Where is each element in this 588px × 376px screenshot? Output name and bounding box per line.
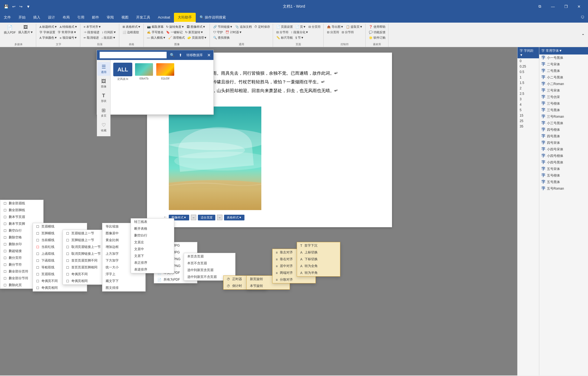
tab-acrobat[interactable]: Acrobat	[154, 13, 174, 23]
tab-reference[interactable]: 引用	[74, 13, 88, 23]
btn-clean-format[interactable]: 🧹 清理格式	[167, 35, 186, 40]
menu-item-header-hline[interactable]: ☐页眉横线	[33, 223, 87, 230]
save-icon[interactable]: 💾	[3, 4, 10, 9]
btn-remove-indent[interactable]: ⇐ 取消缩进	[82, 35, 100, 40]
spacing-item-10[interactable]: 15	[517, 113, 539, 118]
menu-item-page-with-header[interactable]: 本页含页眉	[184, 253, 235, 260]
tab-file[interactable]: 文件	[0, 13, 15, 23]
btn-line-spacing[interactable]: ↕ 行间距▼	[101, 30, 117, 35]
spacing-item-12[interactable]: 35	[517, 124, 539, 129]
tab-dev[interactable]: 开发工具	[132, 13, 154, 23]
right-panel-fonts-header[interactable]: 字 常用字体▼	[539, 47, 588, 54]
btn-common-fonts[interactable]: 字常用字体▼	[57, 30, 78, 35]
spacing-item-5[interactable]: 2	[517, 86, 539, 91]
btn-guard[interactable]: 🛡 守护	[212, 30, 224, 35]
menu-item-section-rotate[interactable]: 本节旋转	[247, 283, 290, 289]
menu-item-hide-below[interactable]: 藏文字下	[102, 278, 145, 284]
font-item-15[interactable]: 字小四号楷体	[539, 153, 588, 159]
menu-item-subscript[interactable]: A下标切换	[297, 256, 340, 263]
menu-item-text-bottom[interactable]: 文居下	[131, 253, 174, 259]
btn-font-settings[interactable]: 字字体设置	[38, 30, 56, 35]
float-panel-close-btn[interactable]: ✕	[207, 53, 211, 58]
menu-item-selected-with-header[interactable]: 选中到新页含页眉	[184, 267, 235, 274]
close-button[interactable]: ✕	[573, 2, 585, 11]
font-item-10[interactable]: 字小三号黑体	[539, 120, 588, 126]
thumb-beach[interactable]: 69b47b	[134, 63, 154, 81]
sidebar-item-image[interactable]: 🖼 图像	[97, 77, 110, 90]
font-item-0[interactable]: 字小一号黑体	[539, 54, 588, 61]
customize-icon[interactable]: ▼	[25, 4, 31, 9]
btn-extract-page[interactable]: 📋 提取页▼	[345, 24, 364, 29]
btn-timer[interactable]: ⏰ 计时器▼	[224, 30, 243, 35]
right-panel-spacing-header[interactable]: 字 字间距▼	[517, 47, 539, 58]
btn-append-doc[interactable]: 📎 追加文档	[234, 24, 253, 29]
btn-section-break2[interactable]: ⊟ 分节符	[341, 30, 355, 35]
menu-item-delete-all-header-lines[interactable]: ☐删全部眉线	[0, 200, 43, 207]
font-item-1[interactable]: 字二号宋体	[539, 61, 588, 68]
img-resize-handle2[interactable]: ↔	[217, 215, 222, 220]
btn-page-break2[interactable]: ⊟ 分页符	[326, 30, 340, 35]
btn-find-replace[interactable]: 🔍 查找替换	[212, 35, 231, 40]
btn-section-break[interactable]: ⊟ 分节符	[275, 30, 290, 35]
font-item-19[interactable]: 字五号黑体	[539, 179, 588, 185]
menu-item-align-distribute[interactable]: ≡分散对齐	[272, 276, 316, 283]
maximize-button[interactable]: ❐	[560, 2, 572, 11]
restore-icon[interactable]: ⧉	[534, 2, 546, 11]
menu-item-sort-desc[interactable]: 表逆排序	[131, 266, 174, 273]
menu-item-break-table[interactable]: 断开表格	[131, 225, 174, 232]
btn-para-split[interactable]: ⫶ 段落分化▼	[290, 30, 310, 35]
font-item-2[interactable]: 字二号黑体	[539, 68, 588, 74]
menu-item-delete-section-header[interactable]: ☐删本节页眉	[0, 214, 43, 220]
font-item-3[interactable]: 字小二号黑体	[539, 74, 588, 81]
btn-export-image[interactable]: 📤 导出图▼	[326, 24, 345, 29]
btn-screenshot[interactable]: 📷 截取屏幕	[146, 24, 165, 29]
font-item-4[interactable]: 字小二Roman	[539, 81, 588, 87]
spacing-item-3[interactable]: 1	[517, 75, 539, 80]
font-item-17[interactable]: 字五号宋体	[539, 166, 588, 172]
menu-item-superscript[interactable]: A上标切换	[297, 249, 340, 256]
font-item-12[interactable]: 字四号黑体	[539, 133, 588, 140]
btn-insert-pdf[interactable]: 📄插入PDF	[3, 24, 17, 35]
menu-item-three-line[interactable]: 转三线表	[131, 219, 174, 225]
menu-item-halfwidth[interactable]: A转为半角	[297, 269, 340, 276]
spacing-item-8[interactable]: 4	[517, 102, 539, 107]
float-panel-search-btn[interactable]: 🔍	[170, 53, 174, 57]
font-item-7[interactable]: 字三号楷体	[539, 100, 588, 107]
btn-feedback[interactable]: 💬 功能反馈	[368, 30, 387, 35]
btn-new-page-rotate[interactable]: ↻ 新页旋转▼	[184, 30, 204, 35]
btn-subscribe[interactable]: 🌟 软件订购	[368, 35, 387, 40]
font-item-13[interactable]: 字四号宋体	[539, 140, 588, 146]
menu-item-odd-even-same[interactable]: ☐奇偶页相同	[33, 284, 87, 291]
float-panel-search-input[interactable]	[100, 52, 167, 58]
btn-page-arrow[interactable]: 📄 页▼	[294, 24, 307, 29]
menu-item-del-blank-row[interactable]: 删空白行	[131, 232, 174, 239]
collapse-ribbon-btn[interactable]: ⌃	[581, 33, 585, 38]
spacing-item-11[interactable]: 25	[517, 118, 539, 124]
float-panel-expand-btn[interactable]: ⬆	[179, 53, 182, 57]
tab-mail[interactable]: 邮件	[88, 13, 103, 23]
img-resize-handle[interactable]: ↔	[191, 215, 196, 220]
minimize-button[interactable]: —	[547, 2, 559, 11]
btn-indent[interactable]: ⇒ 段首缩进	[82, 30, 100, 35]
tab-view[interactable]: 视图	[118, 13, 132, 23]
btn-signature[interactable]: ✍ 手写签名	[146, 30, 165, 35]
btn-rotate-angle[interactable]: ↻ 旋转角度▼	[165, 24, 185, 29]
spacing-item-2[interactable]: 0.5	[517, 69, 539, 75]
btn-section-arrow[interactable]: § 节▼	[294, 35, 305, 40]
btn-page-break[interactable]: ⊟ 分页符	[307, 24, 322, 29]
btn-insert-line[interactable]: — 插入横线▼	[146, 35, 167, 40]
tab-design[interactable]: 设计	[44, 13, 59, 23]
btn-section-link[interactable]: 🔗 节间链接▼	[212, 24, 234, 29]
font-item-5[interactable]: 字三号宋体	[539, 87, 588, 94]
thumb-all[interactable]: ALL 定风波.tx	[113, 63, 132, 81]
btn-border[interactable]: ⬜ 边框底纹	[121, 30, 140, 35]
btn-list[interactable]: ≡项目编号▼	[59, 35, 78, 40]
btn-one-key-mark[interactable]: 🔖 一键标记	[165, 30, 184, 35]
btn-fit-width-bar[interactable]: 适合宽度	[198, 215, 215, 220]
btn-ruler-nav[interactable]: 📏 标尺导航	[275, 35, 294, 40]
tab-insert[interactable]: 插入	[29, 13, 44, 23]
menu-item-sort-asc[interactable]: 表正排序	[131, 259, 174, 266]
thumb-sunset[interactable]: 81b39f	[156, 63, 175, 81]
btn-insert-image[interactable]: 🖼插入图片▼	[17, 24, 34, 35]
sidebar-item-multipage[interactable]: ⊞ 多页	[97, 106, 110, 119]
